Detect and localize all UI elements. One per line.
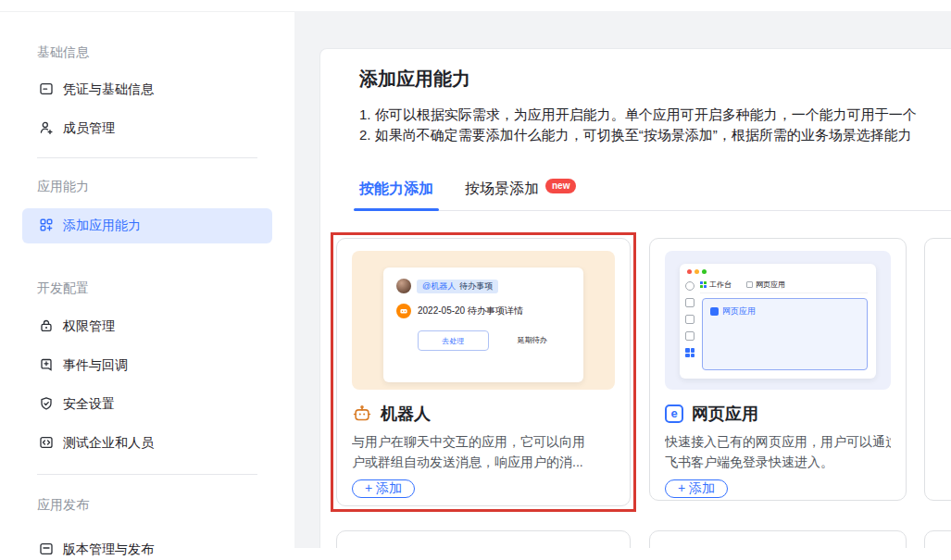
sidebar: 基础信息 凭证与基础信息 成员管理 应用能力 添加应用能 [0, 11, 294, 560]
card-description: 与用户在聊天中交互的应用，它可以向用 户或群组自动发送消息，响应用户的消... [352, 431, 615, 472]
mock-tab-webapp: 网页应用 [746, 280, 785, 290]
chat-message-row: 2022-05-20 待办事项详情 [396, 304, 570, 318]
chat-actions-row: 去处理 延期待办 [396, 330, 570, 351]
sidebar-item-label: 凭证与基础信息 [63, 81, 154, 98]
card-title-row: e 网页应用 [665, 402, 891, 426]
sidebar-section-dev-config: 开发配置 [37, 279, 294, 297]
minimize-dot-icon [694, 269, 699, 274]
capability-card-partial[interactable] [336, 530, 631, 548]
bot-avatar-icon [396, 304, 411, 318]
tab-bar: 按能力添加 按场景添加 new [359, 179, 951, 211]
sidebar-item-label: 事件与回调 [63, 357, 128, 374]
lock-icon [39, 318, 54, 336]
browser-content: 工作台 网页应用 网页应用 [700, 277, 876, 379]
browser-mockup: 工作台 网页应用 网页应用 [680, 264, 876, 379]
capability-card-partial[interactable] [649, 530, 907, 548]
capability-card-partial[interactable] [924, 530, 951, 548]
close-dot-icon [687, 269, 692, 274]
add-webapp-button[interactable]: + 添加 [665, 479, 728, 498]
sidebar-item-permissions[interactable]: 权限管理 [0, 307, 294, 346]
red-highlight-box: @机器人 待办事项 [331, 232, 636, 512]
mock-tab-label: 工作台 [709, 280, 732, 290]
chat-message-text: 2022-05-20 待办事项详情 [418, 305, 523, 317]
webapp-e-icon: e [665, 404, 683, 423]
sidebar-divider [37, 474, 257, 475]
mini-grid-icon [700, 281, 707, 288]
sidebar-item-credentials[interactable]: 凭证与基础信息 [0, 70, 294, 109]
sidebar-item-events[interactable]: 事件与回调 [0, 346, 294, 385]
sidebar-item-label: 添加应用能力 [63, 218, 141, 234]
page-title: 添加应用能力 [359, 66, 951, 92]
code-icon [39, 435, 54, 453]
chat-mockup: @机器人 待办事项 [383, 268, 583, 382]
capability-card-robot[interactable]: @机器人 待办事项 [336, 238, 631, 506]
mock-mail-icon [685, 331, 694, 341]
sidebar-item-add-capability[interactable]: 添加应用能力 [22, 208, 272, 243]
panel-header: 添加应用能力 1. 你可以根据实际需求，为应用开启能力。单个应用可开启多种能力，… [320, 49, 951, 211]
sidebar-item-test-company[interactable]: 测试企业和人员 [0, 424, 294, 463]
robot-card-preview: @机器人 待办事项 [352, 251, 615, 390]
sidebar-item-members[interactable]: 成员管理 [0, 109, 294, 148]
mock-panel-label: 网页应用 [722, 305, 756, 317]
mock-app-icon [746, 281, 753, 288]
maximize-dot-icon [702, 269, 707, 274]
tab-by-capability[interactable]: 按能力添加 [359, 179, 433, 199]
mock-tab-bar: 工作台 网页应用 [700, 277, 868, 293]
card-desc-line: 户或群组自动发送消息，响应用户的消... [352, 452, 615, 472]
new-badge: new [545, 179, 576, 193]
tab-label: 按场景添加 [465, 179, 539, 199]
sidebar-item-label: 权限管理 [63, 318, 115, 335]
sidebar-section-basic-info: 基础信息 [37, 43, 294, 61]
mock-handle-button: 去处理 [418, 330, 489, 351]
capability-card-webapp[interactable]: 工作台 网页应用 网页应用 [649, 238, 907, 501]
credential-card-icon [39, 81, 54, 99]
browser-body: 工作台 网页应用 网页应用 [680, 277, 876, 379]
member-add-icon [39, 120, 54, 138]
mock-webapp-panel: 网页应用 [702, 298, 868, 370]
avatar [396, 279, 411, 293]
instruction-line-2: 2. 如果尚不确定需要添加什么能力，可切换至“按场景添加”，根据所需的业务场景选… [359, 125, 951, 145]
grid-add-icon [39, 218, 54, 235]
mock-docs-icon [685, 315, 694, 324]
card-desc-line: 飞书客户端免登录快速进入。 [665, 452, 891, 472]
mention-text: @机器人 [422, 281, 456, 292]
event-callback-icon [39, 357, 54, 375]
card-desc-line: 与用户在聊天中交互的应用，它可以向用 [352, 431, 615, 452]
main-area: 添加应用能力 1. 你可以根据实际需求，为应用开启能力。单个应用可开启多种能力，… [294, 11, 951, 548]
mock-workbench-icon [685, 348, 694, 357]
sidebar-section-app-capability: 应用能力 [37, 177, 294, 195]
mention-task-text: 待办事项 [459, 281, 493, 292]
sidebar-section-app-release: 应用发布 [37, 495, 294, 514]
card-description: 快速接入已有的网页应用，用户可以通过 飞书客户端免登录快速进入。 [665, 431, 891, 472]
mock-postpone-button: 延期待办 [498, 330, 568, 349]
mock-avatar-icon [685, 281, 694, 291]
sidebar-item-security[interactable]: 安全设置 [0, 385, 294, 424]
sidebar-item-label: 测试企业和人员 [63, 435, 154, 452]
sidebar-divider [37, 157, 257, 158]
capability-card-partial[interactable] [924, 238, 951, 501]
card-title: 网页应用 [692, 402, 758, 426]
card-title: 机器人 [381, 402, 431, 426]
instruction-line-1: 1. 你可以根据实际需求，为应用开启能力。单个应用可开启多种能力，一个能力可用于… [359, 105, 951, 125]
tab-by-scenario[interactable]: 按场景添加 new [465, 179, 576, 199]
blue-square-icon [710, 307, 719, 316]
add-robot-button[interactable]: + 添加 [352, 479, 415, 498]
sidebar-item-label: 版本管理与发布 [63, 541, 154, 558]
release-icon [39, 541, 54, 559]
mock-nav-rail [680, 277, 700, 379]
mention-chip: @机器人 待办事项 [417, 280, 498, 293]
mock-tab-workbench: 工作台 [700, 280, 732, 290]
mock-calendar-icon [685, 298, 694, 307]
sidebar-item-label: 安全设置 [63, 396, 115, 413]
window-traffic-lights [680, 264, 876, 277]
chat-mention-row: @机器人 待办事项 [396, 279, 570, 293]
mock-tab-label: 网页应用 [756, 280, 785, 290]
mock-webapp-panel-row: 网页应用 [710, 305, 859, 317]
instructions: 1. 你可以根据实际需求，为应用开启能力。单个应用可开启多种能力，一个能力可用于… [359, 105, 951, 145]
card-desc-line: 快速接入已有的网页应用，用户可以通过 [665, 431, 891, 452]
content-panel: 添加应用能力 1. 你可以根据实际需求，为应用开启能力。单个应用可开启多种能力，… [319, 48, 951, 548]
webapp-card-preview: 工作台 网页应用 网页应用 [665, 251, 891, 390]
sidebar-item-version-release[interactable]: 版本管理与发布 [0, 530, 294, 560]
shield-check-icon [39, 396, 54, 414]
card-title-row: 机器人 [352, 402, 615, 426]
